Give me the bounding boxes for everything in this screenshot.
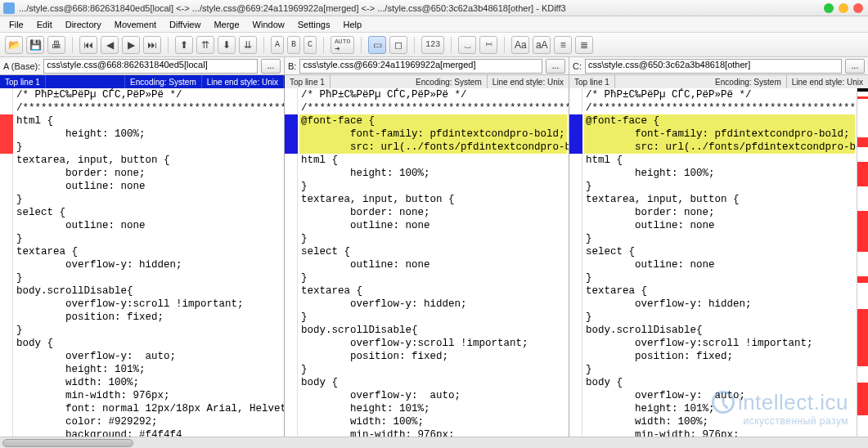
menu-movement[interactable]: Movement (109, 18, 162, 31)
code-line: min-width: 976px; (15, 389, 282, 402)
case2-icon[interactable]: aA (533, 36, 551, 54)
code-line: body.scrollDisable{ (584, 324, 855, 337)
browse-c-button[interactable]: ... (845, 59, 865, 74)
menu-settings[interactable]: Settings (292, 18, 336, 31)
code-b[interactable]: /* РћР±С‰РёРµ СЃС‚РёР»Рё *//************… (298, 88, 569, 437)
browse-b-button[interactable]: ... (546, 59, 565, 74)
menu-edit[interactable]: Edit (31, 18, 58, 31)
select-b-icon[interactable]: B (287, 36, 300, 54)
separator (504, 37, 505, 53)
code-line: overflow-y: hidden; (584, 298, 855, 311)
code-line: font-family: pfdintextcondpro-bold; /* Р… (299, 128, 567, 141)
code-line: overflow-y: auto; (15, 350, 282, 363)
fold-icon[interactable]: ≡ (554, 36, 572, 54)
menu-merge[interactable]: Merge (208, 18, 245, 31)
code-line: } (584, 180, 855, 193)
goto-first-icon[interactable]: ⏮ (79, 36, 97, 54)
overview-mark (857, 211, 868, 252)
code-line: position: fixed; (584, 350, 855, 363)
code-a[interactable]: /* РћР±С‰РёРµ СЃС‚РёР»Рё *//************… (13, 88, 284, 437)
goto-next-icon[interactable]: ▶ (122, 36, 140, 54)
code-c[interactable]: /* РћР±С‰РёРµ СЃС‚РёР»Рё *//************… (582, 88, 857, 437)
app-icon (3, 2, 15, 14)
whitespace-icon[interactable]: ⎵ (458, 36, 476, 54)
case-icon[interactable]: Aa (511, 36, 529, 54)
overview-mark (857, 309, 868, 366)
menu-help[interactable]: Help (337, 18, 367, 31)
status-c-encoding: Encoding: System (710, 75, 787, 88)
overview-strip[interactable] (857, 88, 868, 437)
code-line: } (15, 271, 282, 284)
window-controls (824, 3, 863, 13)
code-line: textarea { (15, 245, 282, 258)
goto-prev-icon[interactable]: ◀ (101, 36, 119, 54)
overview-mark (857, 137, 868, 147)
overview-top (857, 88, 868, 92)
code-line: } (299, 271, 567, 284)
whitespace2-icon[interactable]: ⎶ (479, 36, 497, 54)
code-line: } (15, 141, 282, 154)
split-vert-icon[interactable]: ◻ (389, 36, 407, 54)
menu-file[interactable]: File (3, 18, 29, 31)
code-line: html { (584, 154, 855, 167)
up-diff-icon[interactable]: ⬆ (175, 36, 193, 54)
menu-diffview[interactable]: Diffview (164, 18, 206, 31)
code-line: } (15, 193, 282, 206)
code-line: overflow-y:scroll !important; (15, 298, 282, 311)
code-line: height: 100%; (299, 167, 567, 180)
code-line: } (299, 180, 567, 193)
scroll-thumb[interactable] (2, 439, 133, 447)
code-line: textarea, input, button { (15, 154, 282, 167)
down-conflict-icon[interactable]: ⇊ (239, 36, 257, 54)
menu-window[interactable]: Window (247, 18, 290, 31)
maximize-icon[interactable] (839, 3, 848, 13)
split-horiz-icon[interactable]: ▭ (368, 36, 386, 54)
line-numbers-icon[interactable]: 123 (421, 36, 444, 54)
code-line: @font-face { (299, 114, 567, 128)
code-line: } (299, 311, 567, 324)
overview-mark (857, 276, 868, 283)
goto-last-icon[interactable]: ⏭ (143, 36, 161, 54)
minimize-icon[interactable] (824, 3, 834, 13)
title-bar: .../style.css@668:862631840ed5[local] <-… (0, 0, 868, 16)
fold2-icon[interactable]: ≣ (575, 36, 593, 54)
code-line: } (15, 232, 282, 245)
select-c-icon[interactable]: C (304, 36, 317, 54)
status-b-lineend: Line end style: Unix (488, 75, 569, 88)
down-diff-icon[interactable]: ⬇ (218, 36, 236, 54)
save-icon[interactable]: 💾 (26, 36, 44, 54)
path-b-label: B: (288, 61, 296, 71)
code-line: } (584, 232, 855, 245)
open-icon[interactable]: 📂 (5, 36, 23, 54)
code-line: src: url(../fonts/pfdintextcondpro-bold-… (584, 141, 855, 154)
horizontal-scrollbar[interactable] (0, 437, 868, 448)
select-a-icon[interactable]: A (271, 36, 284, 54)
browse-a-button[interactable]: ... (261, 59, 281, 74)
code-line: /* РћР±С‰РёРµ СЃС‚РёР»Рё */ (584, 88, 855, 101)
gutter-a (0, 88, 13, 437)
separator (361, 37, 362, 53)
gutter-c (569, 88, 582, 437)
diff-marker-a (0, 114, 13, 154)
menu-directory[interactable]: Directory (60, 18, 107, 31)
window-title: .../style.css@668:862631840ed5[local] <-… (19, 3, 566, 13)
separator (72, 37, 73, 53)
code-line: /***************************************… (584, 101, 855, 114)
code-line: height: 101%; (15, 363, 282, 376)
code-line: textarea { (584, 284, 855, 298)
path-a-input[interactable]: css\style.css@668:862631840ed5[local] (43, 59, 258, 74)
code-line: } (299, 363, 567, 376)
status-a-encoding: Encoding: System (125, 75, 202, 88)
code-line: overflow-y:scroll !important; (584, 337, 855, 350)
code-line: overflow-y: auto; (584, 389, 855, 402)
overview-mark (857, 162, 868, 186)
code-line: overflow-y:scroll !important; (299, 337, 567, 350)
status-b-topline: Top line 1 (285, 75, 331, 88)
print-icon[interactable]: 🖶 (47, 36, 65, 54)
close-icon[interactable] (853, 3, 863, 13)
path-b-input[interactable]: css\style.css@669:24a11969922a[merged] (299, 59, 542, 74)
up-conflict-icon[interactable]: ⇈ (196, 36, 214, 54)
auto-icon[interactable]: AUTO➜ (331, 36, 354, 54)
code-line: border: none; (15, 167, 282, 180)
path-c-input[interactable]: css\style.css@650:3c62a3b48618[other] (585, 59, 842, 74)
